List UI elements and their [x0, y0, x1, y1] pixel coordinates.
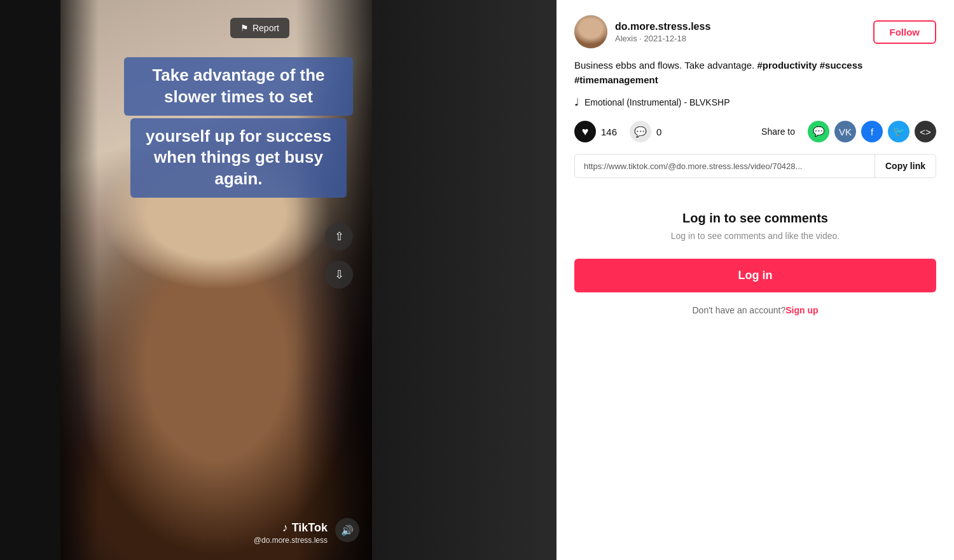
user-header: do.more.stress.less Alexis · 2021-12-18 … — [574, 15, 936, 48]
comments-count: 0 — [656, 126, 661, 137]
whatsapp-icon: 💬 — [813, 126, 825, 137]
signup-link[interactable]: Sign up — [785, 305, 818, 315]
volume-button[interactable]: 🔊 — [335, 518, 359, 542]
avatar — [574, 15, 607, 48]
chevron-up-icon: ⇧ — [335, 229, 344, 243]
user-info: do.more.stress.less Alexis · 2021-12-18 — [574, 15, 710, 48]
video-player[interactable]: ⚑ Report Take advantage of the slower ti… — [60, 0, 372, 560]
login-button[interactable]: Log in — [574, 259, 936, 292]
music-row: ♩ Emotional (Instrumental) - BLVKSHP — [574, 96, 936, 108]
comments-section: Log in to see comments Log in to see com… — [574, 198, 936, 322]
description-text: Business ebbs and flows. Take advantage. — [574, 60, 754, 71]
likes-count: 146 — [601, 126, 617, 137]
music-title[interactable]: Emotional (Instrumental) - BLVKSHP — [584, 97, 730, 107]
comments-subtitle: Log in to see comments and like the vide… — [671, 231, 840, 241]
signup-prefix: Don't have an account? — [693, 305, 786, 315]
video-text-overlay: Take advantage of the slower times to se… — [124, 57, 353, 200]
tiktok-watermark: ♪ TikTok @do.more.stress.less — [254, 521, 328, 545]
music-icon: ♩ — [574, 96, 579, 108]
share-vk-button[interactable]: VK — [834, 121, 856, 142]
follow-button[interactable]: Follow — [873, 20, 937, 44]
user-meta: Alexis · 2021-12-18 — [615, 34, 710, 43]
report-button[interactable]: ⚑ Report — [230, 18, 289, 38]
middle-panel — [372, 0, 556, 560]
chevron-down-icon: ⇩ — [335, 268, 344, 282]
share-facebook-button[interactable]: f — [861, 121, 883, 142]
comments-stat: 💬 0 — [630, 121, 661, 142]
post-description: Business ebbs and flows. Take advantage.… — [574, 58, 936, 87]
link-url: https://www.tiktok.com/@do.more.stress.l… — [575, 155, 874, 177]
share-twitter-button[interactable]: 🐦 — [888, 121, 909, 142]
share-icons: 💬 VK f 🐦 <> — [808, 121, 936, 142]
share-whatsapp-button[interactable]: 💬 — [808, 121, 829, 142]
link-row: https://www.tiktok.com/@do.more.stress.l… — [574, 154, 936, 178]
username[interactable]: do.more.stress.less — [615, 21, 710, 32]
tiktok-logo-icon: ♪ — [282, 521, 288, 535]
share-label: Share to — [761, 126, 795, 137]
share-embed-button[interactable]: <> — [915, 121, 936, 142]
copy-link-button[interactable]: Copy link — [874, 154, 936, 177]
left-panel — [0, 0, 60, 560]
heart-icon[interactable]: ♥ — [574, 121, 596, 142]
avatar-image — [574, 15, 607, 48]
video-text-line1: Take advantage of the slower times to se… — [137, 65, 340, 108]
info-panel: do.more.stress.less Alexis · 2021-12-18 … — [556, 0, 954, 560]
nav-down-button[interactable]: ⇩ — [325, 261, 353, 289]
video-side-left — [60, 0, 99, 560]
signup-row: Don't have an account?Sign up — [693, 305, 819, 315]
likes-stat: ♥ 146 — [574, 121, 617, 142]
volume-icon: 🔊 — [341, 524, 354, 536]
video-text-line2: yourself up for success when things get … — [143, 126, 334, 190]
comment-icon[interactable]: 💬 — [630, 121, 651, 142]
nav-up-button[interactable]: ⇧ — [325, 222, 353, 250]
twitter-icon: 🐦 — [893, 126, 905, 137]
flag-icon: ⚑ — [240, 23, 249, 33]
vk-icon: VK — [839, 126, 852, 137]
stats-row: ♥ 146 💬 0 Share to 💬 VK f 🐦 <> — [574, 121, 936, 142]
user-text: do.more.stress.less Alexis · 2021-12-18 — [615, 21, 710, 43]
comments-title: Log in to see comments — [682, 211, 828, 226]
facebook-icon: f — [871, 126, 873, 137]
embed-icon: <> — [920, 126, 931, 137]
